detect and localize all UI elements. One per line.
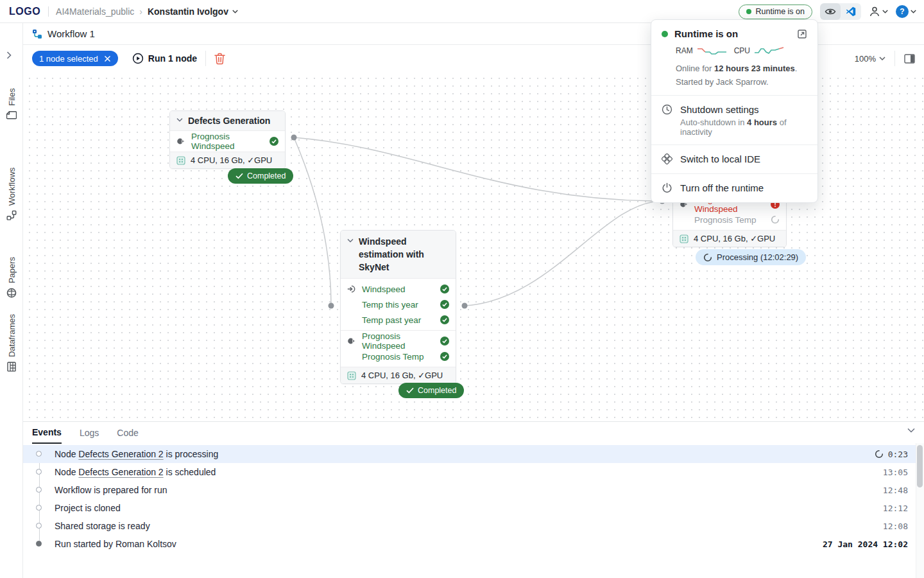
divider — [48, 6, 49, 17]
caret-down-icon — [232, 10, 238, 13]
event-text: Node Defects Generation 2 is processing — [55, 449, 218, 459]
runtime-status-title: Runtime is on — [674, 28, 738, 39]
output-row[interactable]: Prognosis Windspeed — [341, 333, 456, 349]
expand-sidebar-icon[interactable] — [6, 51, 12, 59]
help-menu-button[interactable]: ? — [896, 5, 916, 18]
chevron-down-icon[interactable] — [176, 118, 183, 127]
runtime-status-label: Runtime is on — [756, 7, 805, 16]
input-row[interactable]: Windspeed — [341, 281, 456, 297]
check-icon — [235, 173, 243, 179]
event-row[interactable]: Project is cloned 12:12 — [23, 499, 924, 517]
account-menu-button[interactable] — [869, 6, 888, 17]
zoom-select[interactable]: 100% — [855, 54, 886, 64]
selection-chip[interactable]: 1 node selected — [32, 51, 118, 66]
breadcrumb-user[interactable]: Konstantin Ivolgov — [148, 6, 238, 17]
node-skynet[interactable]: Windspeed estimation with SkyNet Windspe… — [340, 230, 456, 384]
eye-icon — [825, 7, 836, 16]
output-row[interactable]: Prognosis Temp — [673, 212, 786, 227]
resources-row: 4 CPU, 16 Gb, ✓GPU — [170, 152, 285, 168]
node-header[interactable]: Defects Generation — [170, 111, 285, 131]
sidebar-item-label: Files — [7, 88, 17, 105]
event-time: 13:05 — [883, 468, 908, 477]
event-row[interactable]: Run started by Roman Koltsov 27 Jan 2024… — [23, 535, 924, 553]
user-name: Konstantin Ivolgov — [148, 6, 228, 17]
output-row[interactable]: Prognosis Temp — [341, 349, 456, 364]
timeline-dot — [36, 487, 42, 493]
cpu-sparkline — [754, 46, 785, 55]
app-logo[interactable]: LOGO — [9, 6, 40, 17]
side-panel-icon[interactable] — [904, 54, 915, 64]
view-mode-switch — [820, 3, 861, 20]
event-time: 0:23 — [875, 450, 908, 459]
event-row[interactable]: Node Defects Generation 2 is processing … — [23, 445, 924, 463]
output-row[interactable]: Prognosis Windspeed — [170, 134, 285, 149]
badge-label: Completed — [418, 386, 456, 395]
output-name: Prognosis Temp — [362, 352, 424, 362]
menu-item-shutdown-settings[interactable]: Shutdown settings Auto-shutdown in 4 hou… — [651, 96, 817, 144]
tab-code[interactable]: Code — [117, 422, 138, 443]
bottom-panel: Events Logs Code Node Defects Generation… — [23, 421, 924, 578]
caret-down-icon — [882, 10, 888, 13]
scrollbar-thumb[interactable] — [917, 445, 923, 487]
sidebar-item-dataframes[interactable]: Dataframes — [0, 304, 23, 381]
node-header[interactable]: Windspeed estimation with SkyNet — [341, 231, 456, 279]
event-text: Project is cloned — [55, 503, 121, 513]
timeline-dot — [36, 541, 42, 547]
chip-icon — [680, 234, 689, 243]
runtime-status-button[interactable]: Runtime is on — [739, 4, 812, 19]
event-row[interactable]: Shared storage is ready 12:08 — [23, 517, 924, 535]
trash-icon[interactable] — [214, 53, 225, 65]
caret-down-icon — [911, 10, 916, 13]
event-row[interactable]: Workflow is prepared for run 12:48 — [23, 481, 924, 499]
input-row[interactable]: Temp past year — [341, 312, 456, 328]
output-name: Prognosis Windspeed — [362, 331, 434, 351]
file-icon — [6, 110, 17, 120]
open-external-icon[interactable] — [797, 29, 807, 39]
divider — [341, 330, 456, 331]
status-badge-processing: Processing (12:02:29) — [696, 249, 806, 265]
power-icon — [662, 182, 672, 193]
scrollbar-track[interactable] — [916, 443, 924, 578]
clock-icon — [662, 104, 672, 115]
spinner-icon — [875, 450, 884, 459]
sidebar-item-papers[interactable]: Papers — [0, 248, 23, 307]
run-node-label: Run 1 node — [148, 53, 197, 64]
menu-item-turn-off-runtime[interactable]: Turn off the runtime — [651, 174, 817, 202]
node-link[interactable]: Defects Generation 2 — [78, 467, 163, 477]
input-row[interactable]: Temp this year — [341, 297, 456, 312]
sidebar-item-label: Papers — [7, 257, 17, 283]
chip-icon — [347, 371, 356, 380]
spinner-icon — [771, 215, 780, 224]
eye-view-button[interactable] — [820, 3, 841, 20]
node-defects-generation[interactable]: Defects Generation Prognosis Windspeed 4… — [169, 110, 286, 169]
resources-text: 4 CPU, 16 Gb, ✓GPU — [694, 234, 775, 243]
badge-label: Processing (12:02:29) — [717, 252, 798, 262]
chevron-down-icon[interactable] — [347, 238, 354, 274]
cpu-label: CPU — [734, 46, 750, 55]
close-icon[interactable] — [104, 55, 111, 62]
zoom-level: 100% — [855, 54, 876, 64]
menu-item-switch-local-ide[interactable]: Switch to local IDE — [651, 145, 817, 173]
divider — [894, 51, 895, 66]
menu-item-label: Switch to local IDE — [680, 153, 760, 166]
breadcrumb-project[interactable]: AI4Materials_public — [56, 6, 134, 17]
vscode-button[interactable] — [841, 3, 861, 20]
run-node-button[interactable]: Run 1 node — [132, 53, 197, 64]
tab-logs[interactable]: Logs — [80, 422, 99, 443]
play-circle-icon — [132, 53, 144, 64]
menu-item-sublabel: Auto-shutdown in 4 hours of inactivity — [680, 118, 807, 137]
green-status-dot — [662, 31, 668, 37]
divider — [205, 51, 206, 66]
collapse-panel-icon[interactable] — [907, 428, 915, 433]
green-status-dot — [746, 9, 751, 14]
selection-chip-label: 1 node selected — [39, 54, 98, 64]
event-time: 27 Jan 2024 12:02 — [823, 539, 908, 549]
node-link[interactable]: Defects Generation 2 — [78, 449, 163, 459]
runtime-online-text: Online for 12 hours 23 minutes. — [676, 63, 807, 74]
event-row[interactable]: Node Defects Generation 2 is scheduled 1… — [23, 463, 924, 481]
status-badge-completed: Completed — [398, 383, 464, 398]
sidebar-item-files[interactable]: Files — [0, 78, 23, 130]
tab-events[interactable]: Events — [32, 423, 62, 444]
check-circle-icon — [440, 285, 449, 293]
sidebar-item-workflows[interactable]: Workflows — [0, 150, 23, 238]
